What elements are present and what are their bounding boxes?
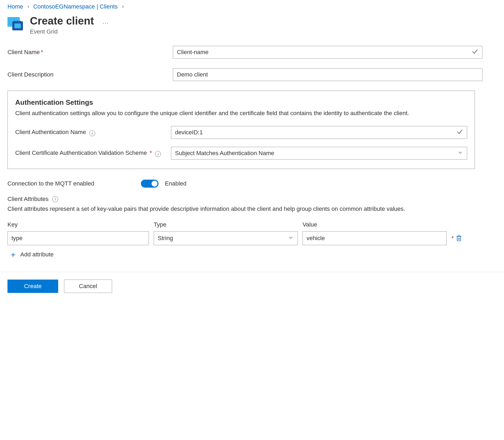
attribute-row: * xyxy=(7,231,482,245)
client-name-label: Client Name* xyxy=(7,49,173,56)
create-button[interactable]: Create xyxy=(7,280,58,293)
resource-icon xyxy=(7,17,23,31)
delete-attr-button[interactable] xyxy=(455,235,462,242)
svg-rect-4 xyxy=(17,21,18,22)
attr-key-input[interactable] xyxy=(7,231,149,245)
svg-rect-2 xyxy=(14,23,21,28)
client-name-input[interactable] xyxy=(173,46,482,59)
breadcrumb: Home ContosoEGNamespace | Clients xyxy=(7,3,497,10)
attr-col-value: Value xyxy=(303,221,447,228)
info-icon[interactable]: i xyxy=(89,130,95,136)
client-attributes-description: Client attributes represent a set of key… xyxy=(7,205,482,213)
authentication-settings-panel: Authentication Settings Client authentic… xyxy=(7,91,475,169)
cert-scheme-select[interactable] xyxy=(171,147,467,160)
client-description-input[interactable] xyxy=(173,68,482,81)
plus-icon: ＋ xyxy=(9,251,17,259)
chevron-right-icon xyxy=(26,4,30,9)
auth-heading: Authentication Settings xyxy=(15,98,467,107)
required-indicator: * xyxy=(451,235,454,242)
auth-name-label: Client Authentication Name i xyxy=(15,129,171,136)
breadcrumb-home[interactable]: Home xyxy=(7,3,23,10)
svg-rect-3 xyxy=(14,21,15,22)
page-header: Create client Event Grid ··· xyxy=(7,15,497,35)
auth-description: Client authentication settings allow you… xyxy=(15,109,467,118)
attr-value-input[interactable] xyxy=(303,231,447,245)
chevron-right-icon xyxy=(121,4,125,9)
more-button[interactable]: ··· xyxy=(100,19,111,28)
info-icon[interactable]: i xyxy=(52,196,58,202)
attr-col-type: Type xyxy=(154,221,298,228)
svg-rect-5 xyxy=(19,21,21,22)
client-attributes-heading: Client Attributes xyxy=(7,196,49,203)
auth-name-input[interactable] xyxy=(171,126,467,139)
breadcrumb-namespace[interactable]: ContosoEGNamespace | Clients xyxy=(33,3,118,10)
svg-rect-6 xyxy=(457,236,461,241)
attr-type-select[interactable] xyxy=(154,231,298,245)
page-subtitle: Event Grid xyxy=(30,28,94,35)
add-attribute-button[interactable]: ＋ Add attribute xyxy=(7,251,54,259)
client-description-label: Client Description xyxy=(7,71,173,78)
footer-bar: Create Cancel xyxy=(0,272,504,300)
attr-col-key: Key xyxy=(7,221,149,228)
cancel-button[interactable]: Cancel xyxy=(64,280,112,293)
info-icon[interactable]: i xyxy=(155,151,161,157)
cert-scheme-label: Client Certificate Authentication Valida… xyxy=(15,150,171,157)
mqtt-toggle-label: Connection to the MQTT enabled xyxy=(7,180,141,187)
page-title: Create client xyxy=(30,15,94,27)
mqtt-toggle-state: Enabled xyxy=(165,180,186,187)
mqtt-toggle[interactable] xyxy=(141,180,158,188)
